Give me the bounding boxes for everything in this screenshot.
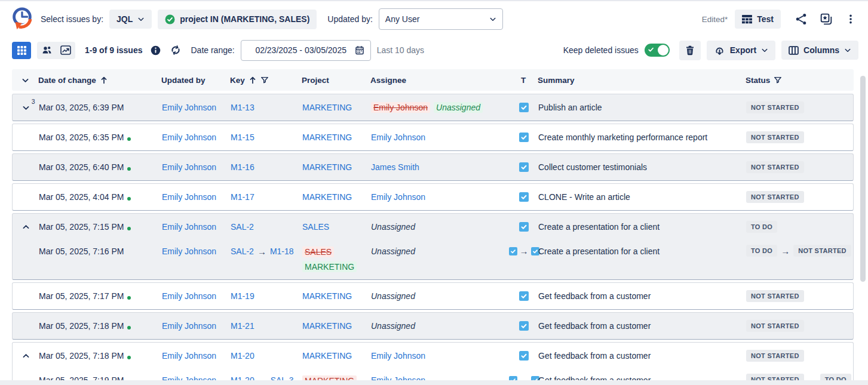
table-view-button[interactable] [12,42,31,59]
expand-all-button[interactable] [19,74,32,87]
report-selector-button[interactable]: Test [735,10,781,29]
issue-summary: Create monthly marketing performance rep… [538,133,707,142]
col-status: Status [746,76,770,85]
columns-button[interactable]: Columns [781,41,858,60]
date-range-input[interactable]: 02/23/2025 - 03/05/2025 [241,40,371,61]
issue-key-link[interactable]: M1-13 [231,103,254,112]
updated-by-link[interactable]: Emily Johnson [162,222,216,232]
status-badge: NOT STARTED [746,320,804,332]
jql-query-chip[interactable]: project IN (MARKETING, SALES) [158,10,317,29]
share-icon [795,13,807,25]
new-change-dot [127,296,131,300]
status-badge: NOT STARTED [746,131,804,143]
assignee-unassigned: Unassigned [371,247,415,256]
issue-key-link[interactable]: M1-20 [231,351,254,361]
horizontal-scrollbar-track[interactable] [0,380,868,385]
issue-key-link[interactable]: M1-16 [231,162,254,172]
change-date: Mar 05, 2025, 7:17 PM [39,291,124,301]
refresh-button[interactable] [168,43,183,57]
table-row: Mar 05, 2025, 7:18 PM Emily Johnson M1-2… [12,312,854,340]
assignee-link[interactable]: Emily Johnson [371,351,425,361]
col-date-of-change: Date of change [38,76,96,85]
updated-by-link[interactable]: Emily Johnson [162,247,216,256]
updated-by-link[interactable]: Emily Johnson [162,291,216,301]
change-date: Mar 03, 2025, 6:40 PM [39,162,124,172]
history-table: Date of change Updated by Key Project As… [0,63,868,385]
updated-by-select[interactable]: Any User [379,8,503,30]
project-link[interactable]: MARKETING [302,192,352,202]
issue-summary: Create a presentation for a client [538,222,660,232]
issue-key-old-link[interactable]: SAL-2 [231,247,254,256]
project-link[interactable]: MARKETING [302,103,352,112]
table-row-group: Mar 05, 2025, 7:15 PM Emily Johnson SAL-… [12,213,854,280]
more-menu-button[interactable] [842,10,860,28]
export-button[interactable]: Export [707,41,775,60]
info-button[interactable] [149,44,162,57]
project-link[interactable]: MARKETING [302,321,352,331]
valid-check-icon [165,14,175,24]
keep-deleted-toggle[interactable] [645,44,670,57]
collapse-row-button[interactable] [20,350,32,362]
new-change-dot [127,137,131,141]
filter-icon[interactable] [774,76,782,84]
table-header-row: Date of change Updated by Key Project As… [12,69,854,91]
issue-summary: Collect customer testimonials [538,162,647,172]
change-arrow-icon: → [257,247,266,256]
project-link[interactable]: SALES [302,222,329,232]
project-link[interactable]: MARKETING [302,291,352,301]
issue-key-link[interactable]: M1-17 [231,192,254,202]
issue-key-link[interactable]: SAL-2 [231,222,254,232]
updated-by-link[interactable]: Emily Johnson [162,351,216,361]
new-change-dot [127,197,131,201]
updated-by-link[interactable]: Emily Johnson [162,162,216,172]
project-link[interactable]: MARKETING [302,351,352,361]
activity-view-button[interactable] [37,42,56,59]
collapse-row-button[interactable] [20,221,32,233]
change-date: Mar 05, 2025, 7:15 PM [39,222,124,232]
issue-key-link[interactable]: M1-15 [231,133,254,142]
status-badge: NOT STARTED [746,101,804,113]
updated-by-link[interactable]: Emily Johnson [162,103,216,112]
updated-by-label: Updated by: [327,14,373,24]
collapsed-count: 3 [32,98,35,105]
saved-reports-button[interactable] [817,10,836,29]
assignee-unassigned: Unassigned [371,291,415,301]
date-range-hint: Last 10 days [377,45,424,55]
assignee-link[interactable]: James Smith [371,162,419,172]
assignee-link[interactable]: Emily Johnson [371,192,425,202]
updated-by-link[interactable]: Emily Johnson [162,133,216,142]
updated-by-link[interactable]: Emily Johnson [162,321,216,331]
expand-row-button[interactable]: 3 [20,101,32,114]
table-row: 3 Mar 03, 2025, 6:39 PM Emily Johnson M1… [12,94,854,121]
issue-summary: CLONE - Write an article [538,192,630,202]
vertical-scrollbar[interactable] [860,76,866,282]
filter-icon[interactable] [260,76,269,84]
task-type-icon [519,103,529,112]
calendar-icon [355,45,364,55]
change-date: Mar 03, 2025, 6:39 PM [39,103,124,112]
change-date: Mar 05, 2025, 7:18 PM [39,351,124,361]
columns-icon [789,46,799,55]
issue-key-link[interactable]: M1-21 [231,321,254,331]
assignee-link[interactable]: Emily Johnson [371,133,425,142]
project-link[interactable]: MARKETING [302,162,352,172]
status-badge: NOT STARTED [746,191,804,203]
users-view-icon [42,45,52,55]
delete-report-button[interactable] [679,41,701,60]
sort-asc-icon[interactable] [100,76,108,84]
project-link[interactable]: MARKETING [302,133,352,142]
chart-view-icon [60,45,71,55]
sort-asc-icon[interactable] [249,76,257,84]
updated-by-link[interactable]: Emily Johnson [162,192,216,202]
chart-view-button[interactable] [56,42,75,59]
issue-summary: Get feedback from a customer [538,321,651,331]
task-type-icon [519,192,529,202]
jql-mode-button[interactable]: JQL [109,10,152,29]
table-view-icon [17,46,26,55]
issue-key-link[interactable]: M1-19 [231,291,254,301]
assignee-unassigned: Unassigned [371,321,415,331]
issue-key-new-link[interactable]: M1-18 [270,247,294,256]
share-button[interactable] [792,10,811,29]
col-type: T [521,76,526,85]
export-icon [714,45,725,56]
